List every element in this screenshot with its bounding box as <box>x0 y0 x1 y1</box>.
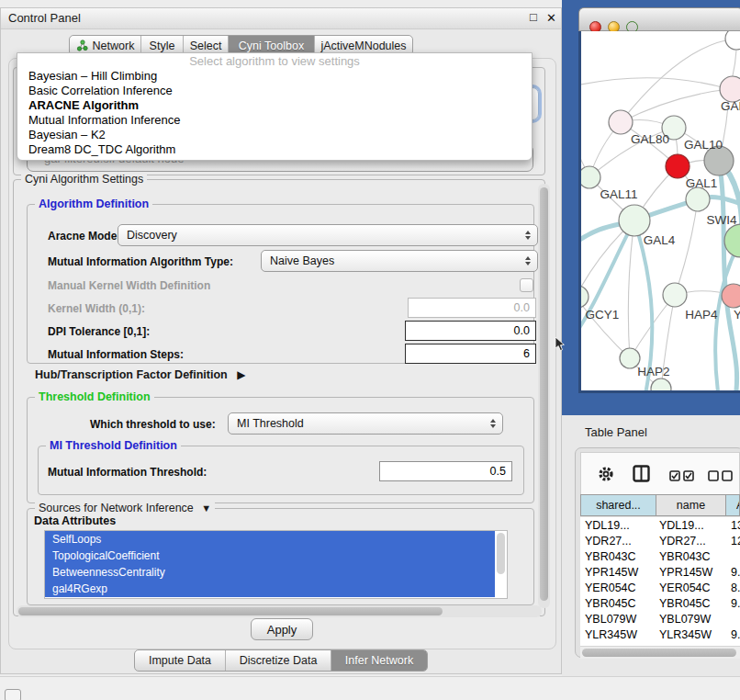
mi-steps-field[interactable]: 6 <box>405 344 536 364</box>
dropdown-item[interactable]: Bayesian – K2 <box>17 128 532 142</box>
chevron-down-icon: ▼ <box>201 502 211 514</box>
cyni-algorithm-settings-group: Cyni Algorithm Settings Algorithm Defini… <box>13 179 545 616</box>
sources-title[interactable]: Sources for Network Inference ▼ <box>35 502 215 514</box>
svg-text:HAP4: HAP4 <box>685 308 718 322</box>
dock-panel-icon[interactable] <box>5 689 21 700</box>
sources-title-text: Sources for Network Inference <box>39 502 194 514</box>
kernel-width-label: Kernel Width (0,1): <box>48 302 145 315</box>
manual-kernel-checkbox[interactable] <box>520 278 533 292</box>
mouse-cursor <box>555 336 566 356</box>
node <box>663 283 687 307</box>
tab-impute-data[interactable]: Impute Data <box>135 650 226 671</box>
kernel-width-field[interactable]: 0.0 <box>408 298 536 318</box>
dropdown-item-selected[interactable]: ARACNE Algorithm <box>17 98 532 113</box>
data-attributes-list[interactable]: SelfLoops TopologicalCoefficient Between… <box>44 530 508 599</box>
gear-icon[interactable] <box>598 466 614 486</box>
split-columns-icon[interactable] <box>633 465 651 486</box>
settings-vscrollbar[interactable] <box>538 184 550 608</box>
table-row[interactable]: YDR27... YDR27... 12... <box>580 533 740 548</box>
algorithm-definition-group: Algorithm Definition Aracne Mode: Discov… <box>27 204 534 364</box>
dropdown-item[interactable]: Mutual Information Inference <box>17 113 532 128</box>
table-row[interactable]: YER054C YER054C 8. <box>580 580 740 595</box>
data-attributes-label: Data Attributes <box>34 514 116 527</box>
dpi-tolerance-field[interactable]: 0.0 <box>405 321 536 341</box>
mi-threshold-label: Mutual Information Threshold: <box>48 466 207 479</box>
mi-threshold-group: MI Threshold Definition Mutual Informati… <box>38 446 524 495</box>
list-item[interactable]: TopologicalCoefficient <box>45 548 495 564</box>
list-item[interactable]: gal4RGexp <box>45 581 495 597</box>
dropdown-item[interactable]: Bayesian – Hill Climbing <box>17 69 532 84</box>
table-toolbar <box>580 452 740 494</box>
list-item[interactable]: BetweennessCentrality <box>45 564 495 581</box>
network-canvas[interactable]: GAL GAL80 GAL10 GAL1 GAL11 SWI4 GAL4 GCY… <box>578 31 740 393</box>
table-row[interactable]: YBR043C YBR043C <box>580 548 740 564</box>
svg-text:GAL4: GAL4 <box>644 233 676 247</box>
node <box>686 187 710 211</box>
unchecked-checkboxes-icon[interactable] <box>708 469 734 485</box>
which-threshold-label: Which threshold to use: <box>90 418 216 431</box>
which-threshold-combobox[interactable]: MI Threshold <box>228 412 503 435</box>
aracne-mode-combobox[interactable]: Discovery <box>118 224 538 246</box>
node <box>609 110 633 134</box>
table-row[interactable]: YPR145W YPR145W 9. <box>580 564 740 580</box>
aracne-mode-label: Aracne Mode: <box>48 230 120 243</box>
dropdown-item[interactable]: Basic Correlation Inference <box>17 84 532 98</box>
table-row[interactable]: YBL079W YBL079W <box>580 611 740 627</box>
combo-arrows-icon <box>525 256 531 265</box>
mi-threshold-title: MI Threshold Definition <box>46 439 181 452</box>
tab-label: Network <box>93 40 135 52</box>
manual-kernel-label: Manual Kernel Width Definition <box>48 279 210 292</box>
checked-checkboxes-icon[interactable] <box>669 469 695 485</box>
apply-button[interactable]: Apply <box>251 618 313 640</box>
column-header-shared-name[interactable]: shared... <box>581 495 656 515</box>
table-panel-title: Table Panel <box>585 425 647 439</box>
tab-discretize-data[interactable]: Discretize Data <box>226 650 331 671</box>
float-icon[interactable]: □ <box>530 10 537 24</box>
combo-arrows-icon <box>525 231 531 240</box>
mi-type-combobox[interactable]: Naive Bayes <box>261 250 538 272</box>
table-rows[interactable]: YDL19... YDL19... 13... YDR27... YDR27..… <box>580 517 740 646</box>
svg-text:GCY1: GCY1 <box>586 308 620 322</box>
settings-hscrollbar[interactable] <box>17 605 542 617</box>
list-item[interactable]: SelfLoops <box>45 531 495 548</box>
svg-text:Y: Y <box>734 308 740 322</box>
table-hscrollbar[interactable] <box>580 646 740 659</box>
control-panel-titlebar: Control Panel □ ✕ <box>1 8 561 29</box>
table-panel: Table Panel shared... <box>562 415 740 676</box>
dropdown-placeholder: Select algorithm to view settings <box>17 53 532 69</box>
svg-text:GAL10: GAL10 <box>684 138 723 152</box>
bottom-tabs: Impute Data Discretize Data Infer Networ… <box>134 649 428 672</box>
close-icon[interactable]: ✕ <box>546 11 556 25</box>
svg-text:GAL80: GAL80 <box>631 132 669 146</box>
network-window[interactable]: GAL GAL80 GAL10 GAL1 GAL11 SWI4 GAL4 GCY… <box>578 7 740 393</box>
panel-title: Control Panel <box>8 11 81 25</box>
svg-text:GAL1: GAL1 <box>686 176 718 190</box>
table-row[interactable]: YDL19... YDL19... 13... <box>580 517 740 533</box>
table-header: shared... name A <box>580 494 740 516</box>
table-row[interactable]: YBR045C YBR045C 9. <box>580 595 740 611</box>
mi-type-value: Naive Bayes <box>270 254 334 267</box>
aracne-mode-value: Discovery <box>127 229 177 242</box>
node <box>724 224 740 257</box>
node <box>725 31 740 50</box>
which-threshold-value: MI Threshold <box>237 417 304 430</box>
mi-threshold-field[interactable]: 0.5 <box>379 461 512 481</box>
network-icon <box>76 40 88 51</box>
column-header-name[interactable]: name <box>656 495 726 515</box>
hub-expander-label: Hub/Transcription Factor Definition <box>35 368 228 381</box>
list-scrollbar[interactable] <box>497 533 505 574</box>
dropdown-item[interactable]: Dream8 DC_TDC Algorithm <box>17 142 532 157</box>
node <box>581 286 589 308</box>
mi-type-label: Mutual Information Algorithm Type: <box>48 255 233 268</box>
tab-infer-network[interactable]: Infer Network <box>331 650 427 671</box>
network-window-titlebar[interactable] <box>578 7 740 31</box>
column-header-clipped[interactable]: A <box>726 495 739 515</box>
network-graph[interactable]: GAL GAL80 GAL10 GAL1 GAL11 SWI4 GAL4 GCY… <box>581 31 740 390</box>
node <box>651 378 671 390</box>
sources-group: Sources for Network Inference ▼ Data Att… <box>27 508 534 605</box>
hub-expander[interactable]: Hub/Transcription Factor Definition ▶ <box>35 368 245 381</box>
algorithm-definition-title: Algorithm Definition <box>35 198 152 210</box>
svg-text:HAP2: HAP2 <box>637 365 669 378</box>
table-row[interactable]: YLR345W YLR345W 9. <box>580 627 740 642</box>
chevron-right-icon: ▶ <box>237 368 245 381</box>
